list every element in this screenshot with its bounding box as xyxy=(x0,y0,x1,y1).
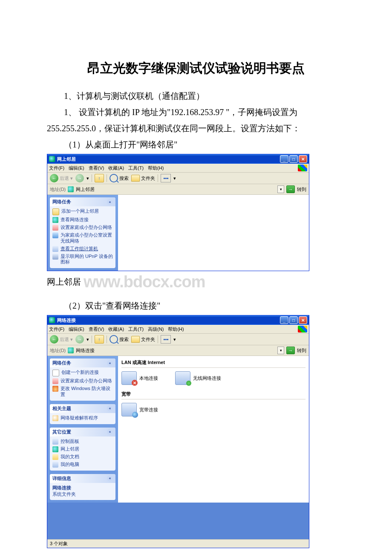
go-button[interactable]: → xyxy=(286,185,295,193)
add-icon xyxy=(52,208,59,215)
search-button[interactable]: 搜索 xyxy=(110,335,129,344)
address-dropdown[interactable]: ▾ xyxy=(277,185,284,193)
go-button[interactable]: → xyxy=(286,347,295,354)
minimize-button[interactable]: _ xyxy=(280,316,288,324)
task-show-upnp[interactable]: 显示联网的 UPnP 设备的图标 xyxy=(52,254,113,266)
task-troubleshoot[interactable]: 网络疑难解答程序 xyxy=(52,415,113,421)
menu-edit[interactable]: 编辑(E) xyxy=(69,165,84,171)
panel-network-tasks: 网络任务 « 创建一个新的连接 设置家庭或小型办公网络 更改 Windows 防… xyxy=(50,358,115,401)
task-my-documents[interactable]: 我的文档 xyxy=(52,454,113,460)
menu-advanced[interactable]: 高级(N) xyxy=(148,326,164,332)
panel-header[interactable]: 网络任务 « xyxy=(50,358,115,367)
watermark: www.bdocx.com xyxy=(84,273,205,291)
task-firewall[interactable]: 更改 Windows 防火墙设置 xyxy=(52,386,113,398)
task-my-computer[interactable]: 我的电脑 xyxy=(52,462,113,468)
chevron-up-icon: « xyxy=(107,429,113,435)
network-icon xyxy=(52,446,58,452)
minimize-button[interactable]: _ xyxy=(280,155,288,163)
back-button[interactable]: ← 后退 ▾ xyxy=(50,335,73,344)
maximize-button[interactable]: □ xyxy=(289,316,298,324)
menu-favorites[interactable]: 收藏(A) xyxy=(108,165,124,171)
menu-favorites[interactable]: 收藏(A) xyxy=(108,326,124,332)
folders-button[interactable]: 文件夹 xyxy=(131,175,155,182)
menu-help[interactable]: 帮助(H) xyxy=(148,165,164,171)
separator xyxy=(158,174,158,182)
menu-edit[interactable]: 编辑(E) xyxy=(69,326,84,332)
chevron-up-icon: « xyxy=(107,360,113,366)
panel-title: 相关主题 xyxy=(52,405,71,412)
paragraph-1: 1、计算机与测试仪联机（通信配置） xyxy=(47,89,345,103)
task-network-neighborhood[interactable]: 网上邻居 xyxy=(52,446,113,452)
task-add-place[interactable]: 添加一个网上邻居 xyxy=(52,208,113,215)
lan-disabled-icon xyxy=(121,371,137,385)
go-label: 转到 xyxy=(297,186,306,193)
panel-details: 详细信息 « 网络连接 系统文件夹 xyxy=(50,474,115,500)
menu-tools[interactable]: 工具(T) xyxy=(128,326,144,332)
task-setup-home[interactable]: 设置家庭或小型办公网络 xyxy=(52,225,113,231)
panel-related: 相关主题 « 网络疑难解答程序 xyxy=(50,404,115,424)
side-panel-continued xyxy=(47,503,309,539)
address-text[interactable]: 网上邻居 xyxy=(76,186,95,193)
control-panel-icon xyxy=(52,439,58,445)
chevron-up-icon: « xyxy=(107,475,113,481)
panel-title: 网络任务 xyxy=(52,199,71,205)
wireless-icon xyxy=(175,371,190,385)
address-text[interactable]: 网络连接 xyxy=(76,347,95,354)
folders-button[interactable]: 文件夹 xyxy=(131,336,155,343)
menu-help[interactable]: 帮助(H) xyxy=(168,326,184,332)
broadband-icon xyxy=(121,403,137,416)
panel-header[interactable]: 相关主题 « xyxy=(50,404,115,413)
panel-header[interactable]: 其它位置 « xyxy=(50,428,115,436)
task-control-panel[interactable]: 控制面板 xyxy=(52,439,113,445)
menu-view[interactable]: 查看(V) xyxy=(89,165,104,171)
menu-tools[interactable]: 工具(T) xyxy=(128,165,144,171)
task-new-connection[interactable]: 创建一个新的连接 xyxy=(52,370,113,376)
views-button[interactable] xyxy=(161,174,171,182)
connection-wireless[interactable]: 无线网络连接 xyxy=(175,371,221,385)
titlebar: 网上邻居 _ □ ✕ xyxy=(47,154,309,164)
address-dropdown[interactable]: ▾ xyxy=(277,347,284,354)
forward-button[interactable]: → xyxy=(75,174,84,182)
search-button[interactable]: 搜索 xyxy=(110,174,129,182)
address-label: 地址(D) xyxy=(50,347,66,354)
task-view-connections[interactable]: 查看网络连接 xyxy=(52,217,113,223)
menubar: 文件(F) 编辑(E) 查看(V) 收藏(A) 工具(T) 高级(N) 帮助(H… xyxy=(47,325,309,334)
separator xyxy=(92,174,92,182)
close-button[interactable]: ✕ xyxy=(299,155,307,163)
views-button[interactable] xyxy=(161,335,171,344)
folders-label: 文件夹 xyxy=(141,175,155,182)
panel-network-tasks: 网络任务 « 添加一个网上邻居 查看网络连接 设置家庭或小型办公网络 为家庭或小… xyxy=(50,197,115,268)
back-label: 后退 xyxy=(60,175,69,182)
maximize-button[interactable]: □ xyxy=(289,155,298,163)
task-setup-home[interactable]: 设置家庭或小型办公网络 xyxy=(52,378,113,384)
panel-title: 详细信息 xyxy=(52,475,71,482)
new-connection-icon xyxy=(52,370,59,376)
separator xyxy=(107,174,107,182)
menu-file[interactable]: 文件(F) xyxy=(49,326,64,332)
connection-local[interactable]: 本地连接 xyxy=(121,371,158,385)
workgroup-icon xyxy=(52,246,58,252)
back-button[interactable]: ← 后退 ▾ xyxy=(50,174,73,182)
up-button[interactable]: ↑ xyxy=(95,174,104,182)
back-arrow-icon: ← xyxy=(50,335,58,344)
panel-title: 其它位置 xyxy=(52,429,71,435)
menu-file[interactable]: 文件(F) xyxy=(49,165,64,171)
forward-button[interactable]: → xyxy=(75,335,84,344)
menu-view[interactable]: 查看(V) xyxy=(89,326,104,332)
detail-type: 系统文件夹 xyxy=(52,491,76,497)
up-button[interactable]: ↑ xyxy=(95,335,104,344)
toolbar: ← 后退 ▾ → ▾ ↑ 搜索 文件夹 ▾ xyxy=(47,173,309,184)
side-panel: 网络任务 « 添加一个网上邻居 查看网络连接 设置家庭或小型办公网络 为家庭或小… xyxy=(47,195,118,271)
content-area xyxy=(118,195,309,271)
close-button[interactable]: ✕ xyxy=(299,316,307,324)
caption-1: 网上邻居 xyxy=(47,276,81,288)
screenshot-network-connections: 网络连接 _ □ ✕ 文件(F) 编辑(E) 查看(V) 收藏(A) 工具(T)… xyxy=(47,315,309,548)
computer-icon xyxy=(52,462,58,468)
panel-header[interactable]: 网络任务 « xyxy=(50,197,115,206)
task-setup-wireless[interactable]: 为家庭或小型办公室设置无线网络 xyxy=(52,232,113,244)
task-view-workgroup[interactable]: 查看工作组计算机 xyxy=(52,246,113,252)
window-title: 网络连接 xyxy=(57,317,76,324)
connection-broadband[interactable]: 宽带连接 xyxy=(121,403,158,416)
panel-header[interactable]: 详细信息 « xyxy=(50,474,115,483)
documents-icon xyxy=(52,454,58,460)
